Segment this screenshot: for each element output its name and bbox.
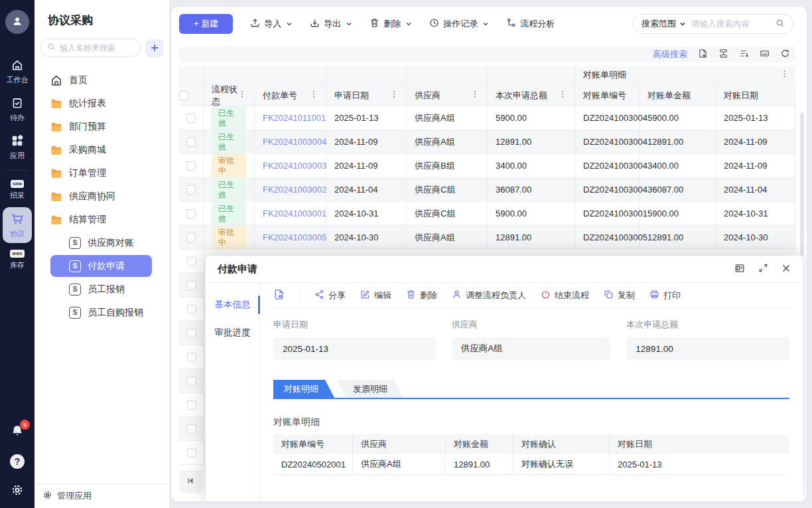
- doc-preview-icon[interactable]: [273, 289, 285, 302]
- share-button[interactable]: 分享: [314, 290, 346, 301]
- column-header-payment-no[interactable]: 付款单号: [255, 85, 326, 106]
- process-analysis-button[interactable]: 流程分析: [506, 18, 555, 30]
- payment-no-link[interactable]: FK20241003003: [263, 161, 326, 171]
- delete-record-button[interactable]: 删除: [406, 290, 437, 301]
- row-checkbox[interactable]: [187, 329, 196, 338]
- nav-item[interactable]: S 订单管理: [50, 162, 152, 184]
- close-icon[interactable]: [781, 264, 791, 275]
- select-all-checkbox[interactable]: [179, 91, 188, 100]
- rail-item-agreement-active[interactable]: 协议: [3, 207, 32, 243]
- nav-item[interactable]: S 采购商城: [50, 139, 152, 161]
- row-checkbox[interactable]: [186, 137, 196, 147]
- table-row[interactable]: 审批中 FK20241003003 2024-11-09 供应商B组 3400.…: [179, 154, 795, 178]
- operation-records-button[interactable]: 操作记录: [429, 18, 489, 30]
- more-vertical-icon[interactable]: [310, 90, 318, 100]
- export-button[interactable]: 导出: [310, 18, 352, 30]
- more-vertical-icon[interactable]: [238, 90, 246, 100]
- end-process-button[interactable]: 结束流程: [541, 290, 589, 301]
- column-header-stmt-date[interactable]: 对账日期: [716, 85, 795, 106]
- row-checkbox[interactable]: [187, 353, 196, 362]
- column-header-apply-date[interactable]: 申请日期: [326, 85, 407, 106]
- keyboard-icon[interactable]: [760, 48, 770, 60]
- nav-item[interactable]: S 供应商协同: [50, 185, 152, 207]
- column-header-status[interactable]: 流程状态: [204, 85, 255, 106]
- payment-no-link[interactable]: FK20241003001: [263, 209, 326, 218]
- vertical-scrollbar[interactable]: [800, 113, 804, 256]
- rail-item-inventory[interactable]: WMS 库存: [10, 250, 25, 270]
- column-header-stmt-amount[interactable]: 对账单金额: [640, 85, 716, 106]
- edit-button[interactable]: 编辑: [360, 290, 391, 301]
- manage-apps-button[interactable]: 管理应用: [34, 483, 169, 508]
- row-checkbox[interactable]: [187, 257, 196, 266]
- table-row[interactable]: 已生效 FK20241003002 2024-11-04 供应商C组 36087…: [179, 178, 795, 202]
- sidebar-search-input[interactable]: [60, 43, 133, 52]
- search-icon[interactable]: [776, 19, 785, 30]
- expand-icon[interactable]: [758, 263, 768, 275]
- collapse-first-button[interactable]: [179, 470, 202, 493]
- nav-item[interactable]: S 员工报销: [50, 278, 152, 300]
- tab-statement-detail[interactable]: 对账明细: [273, 380, 334, 398]
- print-button[interactable]: 打印: [649, 290, 681, 301]
- nav-item[interactable]: S 结算管理: [50, 209, 152, 230]
- more-vertical-icon[interactable]: [471, 90, 479, 100]
- search-scope-select[interactable]: 搜索范围: [642, 18, 686, 30]
- row-checkbox[interactable]: [187, 424, 196, 434]
- import-button[interactable]: 导入: [250, 18, 293, 30]
- row-checkbox[interactable]: [186, 161, 196, 171]
- row-checkbox[interactable]: [187, 377, 196, 386]
- rail-item-todo[interactable]: 待办: [10, 97, 25, 123]
- refresh-icon[interactable]: [780, 48, 790, 60]
- rail-item-sourcing[interactable]: SRM 招采: [10, 180, 25, 201]
- payment-no-link[interactable]: FK20241003004: [263, 137, 326, 147]
- clock-icon: [429, 18, 439, 30]
- user-avatar[interactable]: [5, 10, 29, 34]
- copy-button[interactable]: 复制: [604, 290, 635, 301]
- tab-approval-progress[interactable]: 审批进度: [206, 323, 259, 343]
- advanced-search-link[interactable]: 高级搜索: [653, 48, 687, 60]
- row-checkbox[interactable]: [187, 448, 196, 458]
- more-vertical-icon[interactable]: [559, 90, 567, 100]
- table-row[interactable]: 已生效 FK20241003001 2024-10-31 供应商C组 5900.…: [179, 202, 795, 226]
- delete-button[interactable]: 删除: [370, 18, 412, 30]
- add-button[interactable]: [145, 39, 164, 57]
- nav-item[interactable]: S 员工自购报销: [50, 301, 152, 323]
- table-search-input[interactable]: [691, 19, 770, 29]
- adjust-owner-button[interactable]: 调整流程负责人: [452, 290, 526, 301]
- payment-no-link[interactable]: FK20241003005: [263, 232, 326, 242]
- sort-list-icon[interactable]: [739, 48, 749, 60]
- row-checkbox[interactable]: [187, 281, 196, 290]
- payment-no-link[interactable]: FK20241011001: [263, 113, 326, 123]
- column-header-stmt-no[interactable]: 对账单编号: [575, 85, 640, 106]
- help-button[interactable]: ?: [10, 454, 25, 469]
- view-switch-icon[interactable]: [718, 48, 728, 60]
- row-checkbox[interactable]: [186, 233, 196, 242]
- column-header-amount[interactable]: 本次申请总额: [488, 85, 575, 106]
- more-vertical-icon[interactable]: [780, 70, 789, 80]
- nav-item[interactable]: S 付款申请: [50, 255, 152, 277]
- export-doc-icon[interactable]: [698, 48, 708, 60]
- notifications-button[interactable]: 9: [11, 424, 24, 440]
- new-button[interactable]: + 新建: [179, 14, 233, 34]
- table-row[interactable]: 已生效 FK20241011001 2025-01-13 供应商A组 5900.…: [179, 106, 795, 130]
- table-row[interactable]: 已生效 FK20241003004 2024-11-09 供应商A组 12891…: [179, 130, 795, 154]
- row-checkbox[interactable]: [186, 185, 196, 195]
- payment-no-link[interactable]: FK20241003002: [263, 185, 326, 195]
- row-checkbox[interactable]: [186, 209, 196, 218]
- tab-invoice-detail[interactable]: 发票明细: [337, 380, 403, 398]
- rail-item-apps[interactable]: 应用: [10, 135, 25, 161]
- row-checkbox[interactable]: [186, 114, 196, 123]
- row-checkbox[interactable]: [187, 305, 196, 314]
- table-row[interactable]: 审批中 FK20241003005 2024-10-30 供应商A组 12891…: [179, 226, 795, 250]
- column-header-supplier[interactable]: 供应商: [407, 85, 488, 106]
- nav-item[interactable]: S 统计报表: [50, 92, 152, 114]
- settings-button[interactable]: [11, 483, 24, 499]
- row-checkbox[interactable]: [187, 400, 196, 410]
- nav-item[interactable]: S 供应商对账: [50, 232, 152, 254]
- rail-item-workbench[interactable]: 工作台: [7, 59, 29, 85]
- nav-item[interactable]: S 部门预算: [50, 116, 152, 137]
- statement-table-row[interactable]: DZ20240502001 供应商A组 12891.00 对账确认无误 2025…: [273, 454, 789, 475]
- form-view-icon[interactable]: [734, 263, 745, 276]
- tab-basic-info[interactable]: 基本信息: [206, 295, 259, 315]
- nav-item[interactable]: S 首页: [50, 69, 152, 91]
- more-vertical-icon[interactable]: [390, 90, 398, 100]
